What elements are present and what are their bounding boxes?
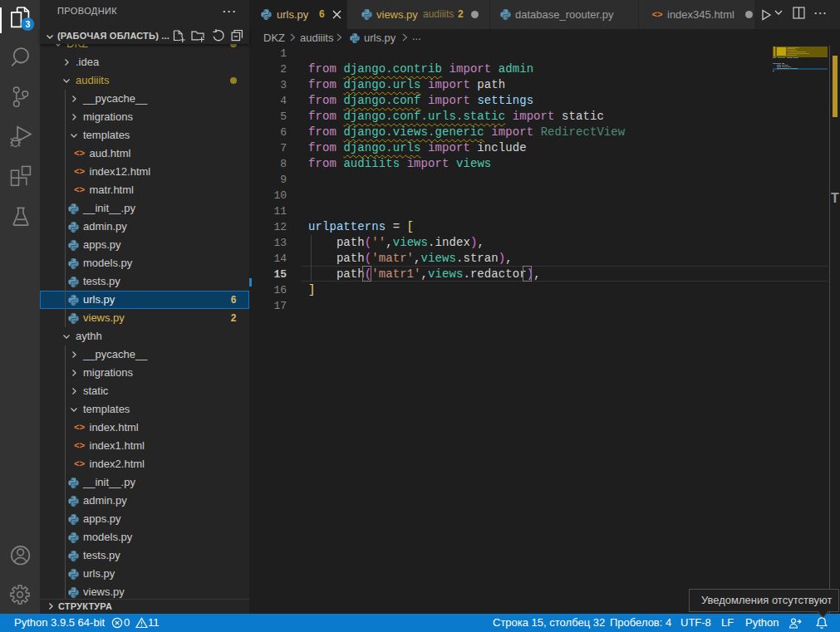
svg-text:3: 3 [25,19,30,29]
